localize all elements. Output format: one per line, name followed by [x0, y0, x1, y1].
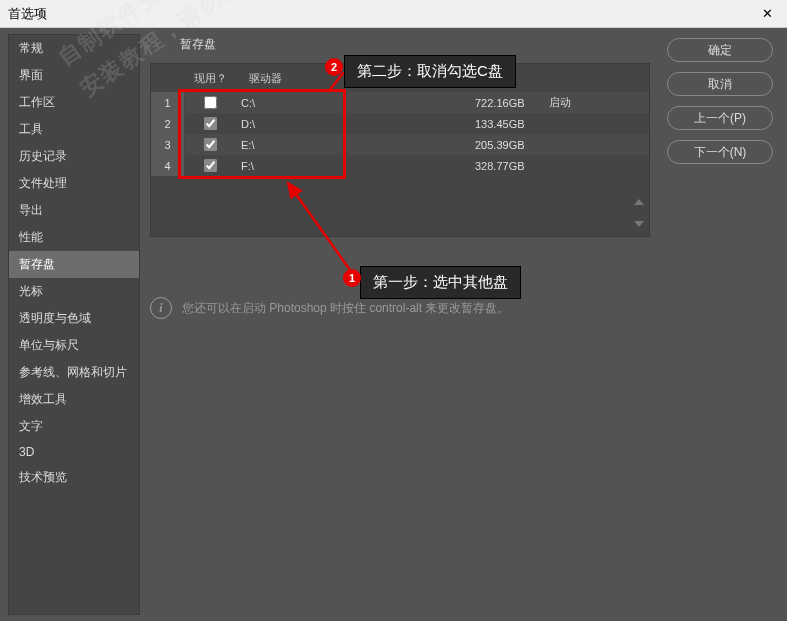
row-number: 4: [151, 155, 185, 176]
table-row[interactable]: 2D:\133.45GB: [151, 113, 649, 134]
row-space: 722.16GB: [295, 97, 539, 109]
row-space: 205.39GB: [295, 139, 539, 151]
sidebar-item[interactable]: 性能: [9, 224, 139, 251]
table-row[interactable]: 3E:\205.39GB: [151, 134, 649, 155]
row-drive: D:\: [235, 118, 295, 130]
sidebar-item[interactable]: 单位与标尺: [9, 332, 139, 359]
row-space: 328.77GB: [295, 160, 539, 172]
scratch-disk-table: 现用？ 驱动器 1C:\722.16GB启动2D:\133.45GB3E:\20…: [150, 63, 650, 237]
row-number: 2: [151, 113, 185, 134]
sidebar-item[interactable]: 技术预览: [9, 464, 139, 491]
svg-marker-0: [634, 199, 644, 205]
sidebar-item[interactable]: 工具: [9, 116, 139, 143]
table-row[interactable]: 1C:\722.16GB启动: [151, 92, 649, 113]
row-drive: C:\: [235, 97, 295, 109]
sidebar-item[interactable]: 历史记录: [9, 143, 139, 170]
prev-button[interactable]: 上一个(P): [667, 106, 773, 130]
row-drive: E:\: [235, 139, 295, 151]
col-active: 现用？: [185, 71, 235, 86]
sidebar-item[interactable]: 参考线、网格和切片: [9, 359, 139, 386]
panel-title: 暂存盘: [180, 36, 657, 53]
close-icon[interactable]: ✕: [755, 2, 779, 26]
row-drive: F:\: [235, 160, 295, 172]
info-icon: i: [150, 297, 172, 319]
sidebar-item[interactable]: 工作区: [9, 89, 139, 116]
hint-text: 您还可以在启动 Photoshop 时按住 control-alt 来更改暂存盘…: [182, 300, 509, 317]
row-checkbox[interactable]: [204, 159, 217, 172]
annotation-callout-step1: 第一步：选中其他盘: [360, 266, 521, 299]
sidebar-item[interactable]: 增效工具: [9, 386, 139, 413]
next-button[interactable]: 下一个(N): [667, 140, 773, 164]
row-checkbox[interactable]: [204, 117, 217, 130]
sidebar-item[interactable]: 暂存盘: [9, 251, 139, 278]
sidebar-item[interactable]: 透明度与色域: [9, 305, 139, 332]
table-row[interactable]: 4F:\328.77GB: [151, 155, 649, 176]
sidebar-item[interactable]: 文件处理: [9, 170, 139, 197]
row-number: 3: [151, 134, 185, 155]
sidebar-item[interactable]: 界面: [9, 62, 139, 89]
sidebar-item[interactable]: 文字: [9, 413, 139, 440]
window-title: 首选项: [8, 5, 47, 23]
dialog-buttons: 确定 取消 上一个(P) 下一个(N): [667, 28, 787, 621]
row-up-icon[interactable]: [631, 194, 647, 210]
row-checkbox[interactable]: [204, 96, 217, 109]
annotation-badge-1: 1: [343, 269, 361, 287]
row-space: 133.45GB: [295, 118, 539, 130]
col-drive: 驱动器: [235, 71, 295, 86]
row-checkbox[interactable]: [204, 138, 217, 151]
row-down-icon[interactable]: [631, 216, 647, 232]
sidebar-item[interactable]: 3D: [9, 440, 139, 464]
ok-button[interactable]: 确定: [667, 38, 773, 62]
main-panel: 暂存盘 现用？ 驱动器 1C:\722.16GB启动2D:\133.45GB3E…: [140, 28, 667, 621]
row-number: 1: [151, 92, 185, 113]
svg-marker-1: [634, 221, 644, 227]
preferences-sidebar: 常规界面工作区工具历史记录文件处理导出性能暂存盘光标透明度与色域单位与标尺参考线…: [8, 34, 140, 615]
annotation-callout-step2: 第二步：取消勾选C盘: [344, 55, 516, 88]
sidebar-item[interactable]: 常规: [9, 35, 139, 62]
title-bar: 首选项 ✕: [0, 0, 787, 28]
sidebar-item[interactable]: 光标: [9, 278, 139, 305]
annotation-badge-2: 2: [325, 58, 343, 76]
row-status: 启动: [539, 95, 649, 110]
sidebar-item[interactable]: 导出: [9, 197, 139, 224]
cancel-button[interactable]: 取消: [667, 72, 773, 96]
